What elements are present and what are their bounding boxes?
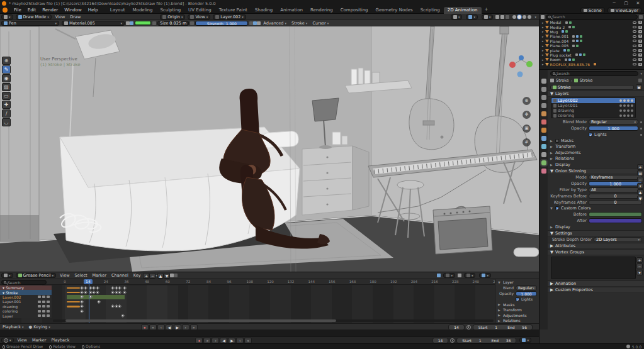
screen-icon[interactable]	[42, 301, 45, 303]
expand-icon[interactable]: ▸	[542, 48, 544, 52]
active-layer-dropdown[interactable]: Layer.002▾	[213, 14, 246, 19]
dope-sheet-scrollbar[interactable]	[53, 319, 494, 322]
onion-toggle-icon[interactable]	[619, 104, 622, 107]
workspace-tab-modeling[interactable]: Modeling	[129, 7, 157, 14]
outliner-row[interactable]: ▸Room	[539, 57, 644, 62]
section-adjustments[interactable]: ▶Adjustments	[548, 150, 644, 156]
keyframe[interactable]	[80, 309, 84, 313]
material-selector[interactable]: Material.005▾	[62, 21, 125, 26]
workspace-tab-uv-editing[interactable]: UV Editing	[184, 7, 215, 14]
jump-start-button[interactable]: «	[149, 324, 157, 330]
end-frame-field[interactable]: End 56	[502, 325, 532, 330]
expand-icon[interactable]: ▸	[542, 30, 544, 33]
zoom-button[interactable]: ⊕	[523, 97, 531, 105]
tab-world[interactable]	[541, 119, 546, 125]
vertex-group-specials-button[interactable]: ▾	[636, 270, 643, 275]
add-workspace-button[interactable]: +	[482, 7, 492, 14]
paste-keyframes-button[interactable]: ▼	[164, 273, 170, 279]
stroke-dropdown[interactable]: Stroke ▾	[289, 21, 310, 26]
hide-icon[interactable]	[627, 104, 630, 107]
custom-colors-checkbox[interactable]	[555, 206, 559, 210]
maximize-button[interactable]: ▢	[620, 0, 632, 7]
next-keyframe-button[interactable]: ›	[236, 338, 244, 343]
menu-edit[interactable]: Edit	[25, 7, 40, 14]
before-color-swatch[interactable]	[589, 212, 642, 217]
view-sync-dropdown[interactable]: ▾	[479, 273, 491, 278]
expand-icon[interactable]: ▸	[542, 58, 544, 62]
properties-options-icon[interactable]: ▾	[640, 72, 642, 75]
onion-opacity-slider[interactable]: 1.000	[589, 181, 642, 186]
workspace-tab-texture-paint[interactable]: Texture Paint	[215, 7, 251, 14]
hide-viewport-icon[interactable]	[633, 58, 636, 61]
tint-tool[interactable]: ✚	[2, 101, 11, 109]
size-field[interactable]: Size0.025 m	[157, 21, 189, 26]
after-color-swatch[interactable]	[589, 218, 642, 223]
workspace-tab-shading[interactable]: Shading	[251, 7, 276, 14]
expand-icon[interactable]: ▸	[542, 35, 544, 38]
onion-skinning-header[interactable]: ▼Onion Skinning	[548, 168, 644, 174]
play-reverse-button[interactable]: ◀	[220, 338, 227, 343]
remove-keyframe-button[interactable]: −	[149, 273, 155, 279]
keyframe[interactable]	[123, 291, 127, 294]
lock-icon[interactable]	[47, 305, 50, 307]
timeline-editor-dropdown[interactable]: ▾	[1, 338, 14, 343]
section-relations[interactable]: ▶Relations	[548, 156, 644, 162]
screen-icon[interactable]	[42, 314, 45, 317]
depth-order-dropdown[interactable]: 2D Layers▾	[594, 237, 642, 242]
vertex-color-swatch[interactable]	[135, 21, 151, 25]
datablock-selector[interactable]: Stroke	[550, 85, 634, 90]
menu-render[interactable]: Render	[39, 7, 61, 14]
editor-type-dropdown[interactable]: ▾	[1, 273, 13, 278]
hide-viewport-icon[interactable]	[633, 45, 636, 47]
current-frame-field[interactable]: 14	[448, 324, 465, 330]
expand-icon[interactable]: ▸	[542, 62, 544, 66]
layer-row-drawing[interactable]: drawing	[551, 108, 635, 113]
minimize-button[interactable]: ─	[608, 0, 620, 7]
channel-drawing[interactable]: drawing	[0, 304, 495, 309]
outliner-row[interactable]: ▸Medal	[539, 20, 644, 25]
dopesheet-mode-dropdown[interactable]: Grease Pencil▾	[16, 273, 57, 278]
channel-search-input[interactable]: Search	[1, 280, 47, 285]
breadcrumb-data[interactable]: Stroke	[580, 78, 593, 83]
settings-header[interactable]: ▼Settings	[548, 230, 644, 236]
vertex-groups-header[interactable]: ▼Vertex Groups	[548, 249, 644, 255]
workspace-tab-2d-animation[interactable]: 2D Animation	[444, 7, 482, 14]
hide-render-icon[interactable]	[638, 40, 642, 43]
breadcrumb-object[interactable]: Stroke	[556, 78, 569, 83]
keyframe[interactable]	[98, 300, 101, 304]
workspace-tab-rendering[interactable]: Rendering	[307, 7, 337, 14]
display-mode-icon[interactable]	[541, 15, 545, 19]
workspace-tab-animation[interactable]: Animation	[276, 7, 307, 14]
viewport-menu-view[interactable]: View	[53, 14, 67, 19]
hide-render-icon[interactable]	[638, 44, 642, 47]
screen-icon[interactable]	[42, 305, 45, 307]
channel-summary[interactable]: ▾Summary	[0, 285, 495, 290]
tab-constraints[interactable]	[541, 152, 546, 157]
hide-render-icon[interactable]	[638, 21, 642, 24]
keyframe[interactable]	[80, 300, 84, 304]
sidebar-lights-checkbox[interactable]	[516, 297, 519, 301]
hide-render-icon[interactable]	[638, 30, 642, 33]
lock-icon[interactable]	[174, 274, 178, 277]
layer-specials-button[interactable]: ▾	[637, 183, 643, 189]
add-layer-button[interactable]: +	[637, 164, 643, 170]
outliner-row[interactable]: ▸Media 2	[539, 25, 644, 29]
color-pressure-icon[interactable]	[152, 21, 156, 25]
sidebar-section-transform[interactable]: ▶Transform	[495, 307, 539, 313]
remove-layer-button[interactable]: −	[637, 177, 643, 182]
hide-icon[interactable]	[627, 109, 630, 112]
menu-help[interactable]: Help	[85, 7, 101, 14]
advanced-dropdown[interactable]: Advanced ▾	[261, 21, 289, 26]
sidebar-opacity-slider[interactable]: 1.000	[516, 291, 537, 296]
channel-stroke[interactable]: ▾Stroke	[0, 290, 495, 294]
record-button[interactable]: ⏺	[141, 324, 149, 330]
outliner-row[interactable]: ▸Mug	[539, 30, 644, 34]
add-keyframe-button[interactable]: +	[143, 273, 149, 279]
fill-tool[interactable]: ◉	[2, 74, 11, 82]
filter-icon[interactable]	[639, 15, 643, 19]
move-layer-up-button[interactable]: ▲	[637, 189, 643, 195]
editor-type-dropdown[interactable]: ▾	[1, 14, 13, 19]
expand-icon[interactable]: ▸	[542, 53, 544, 57]
mask-toggle-icon[interactable]	[623, 109, 626, 112]
remove-vertex-group-button[interactable]: −	[636, 263, 643, 269]
